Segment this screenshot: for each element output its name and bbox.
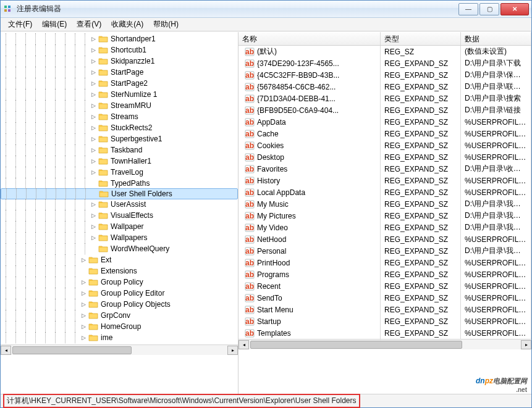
tree-node[interactable]: ▷SterNumlize 1 <box>1 89 238 100</box>
value-row[interactable]: abPersonalREG_EXPAND_SZD:\用户目录\我的文档 <box>239 245 531 257</box>
close-button[interactable]: ✕ <box>500 3 529 15</box>
tree-node[interactable]: ▷StuckRects2 <box>1 122 238 133</box>
expand-toggle-icon[interactable]: ▷ <box>90 169 97 176</box>
tree-node[interactable]: ▷Group Policy Editor <box>1 288 238 299</box>
folder-icon <box>98 112 108 121</box>
list-hscrollbar[interactable]: ◂▸ <box>239 339 531 349</box>
svg-text:ab: ab <box>245 294 254 302</box>
value-row[interactable]: abStart MenuREG_EXPAND_SZ%USERPROFILE%\A… <box>239 304 531 315</box>
menu-view[interactable]: 查看(V) <box>72 18 106 31</box>
tree-node[interactable]: ▷Shortandper1 <box>1 33 238 44</box>
expand-toggle-icon[interactable] <box>90 190 98 198</box>
tree-node[interactable]: ▷Group Policy Objects <box>1 299 238 310</box>
tree-pane[interactable]: ▷Shortandper1▷Shortcutb1▷Skidpanzzle1▷St… <box>1 32 239 394</box>
expand-toggle-icon[interactable]: ▷ <box>90 57 97 65</box>
tree-node[interactable]: ▷Skidpanzzle1 <box>1 56 238 67</box>
expand-toggle-icon[interactable]: ▷ <box>80 256 87 264</box>
tree-node[interactable]: ▷UserAssist <box>1 199 238 210</box>
tree-node[interactable]: TypedPaths <box>1 178 238 189</box>
expand-toggle-icon[interactable]: ▷ <box>90 35 97 43</box>
tree-node[interactable]: ▷VisualEffects <box>1 210 238 221</box>
expand-toggle-icon[interactable]: ▷ <box>90 69 97 76</box>
expand-toggle-icon[interactable]: ▷ <box>90 157 97 165</box>
tree-node[interactable]: User Shell Folders <box>1 188 238 199</box>
expand-toggle-icon[interactable] <box>90 180 97 187</box>
tree-node-label: Superbgestive1 <box>111 135 162 143</box>
expand-toggle-icon[interactable]: ▷ <box>80 289 87 297</box>
expand-toggle-icon[interactable]: ▷ <box>90 124 97 131</box>
svg-text:ab: ab <box>245 247 254 256</box>
menu-favorites[interactable]: 收藏夹(A) <box>106 18 148 31</box>
value-row[interactable]: abMy VideoREG_EXPAND_SZD:\用户目录\我的视频 <box>239 222 531 233</box>
tree-node[interactable]: ▷GrpConv <box>1 310 238 321</box>
tree-node[interactable]: ▷StartPage <box>1 67 238 78</box>
tree-node-label: StreamMRU <box>111 101 151 110</box>
expand-toggle-icon[interactable]: ▷ <box>90 80 97 87</box>
tree-node[interactable]: ▷TravelLog <box>1 167 238 178</box>
tree-hscrollbar[interactable]: ◂▸ <box>1 344 238 355</box>
tree-node[interactable]: Extensions <box>1 265 238 277</box>
tree-node[interactable]: ▷StreamMRU <box>1 100 238 111</box>
expand-toggle-icon[interactable]: ▷ <box>90 46 97 54</box>
expand-toggle-icon[interactable]: ▷ <box>80 334 87 341</box>
value-row[interactable]: abAppDataREG_EXPAND_SZ%USERPROFILE%\AppD… <box>239 116 531 128</box>
value-row[interactable]: abCookiesREG_EXPAND_SZ%USERPROFILE%\AppD… <box>239 139 531 151</box>
value-name: {4C5C32FF-BB9D-43B... <box>257 71 339 80</box>
tree-node[interactable]: ▷Superbgestive1 <box>1 133 238 144</box>
expand-toggle-icon[interactable]: ▷ <box>90 223 97 230</box>
expand-toggle-icon[interactable]: ▷ <box>80 312 87 319</box>
menu-edit[interactable]: 编辑(E) <box>37 18 72 31</box>
expand-toggle-icon[interactable]: ▷ <box>90 234 97 241</box>
menu-help[interactable]: 帮助(H) <box>148 18 184 31</box>
col-name[interactable]: 名称 <box>239 32 381 45</box>
tree-node[interactable]: ▷Shortcutb1 <box>1 44 238 56</box>
expand-toggle-icon[interactable]: ▷ <box>90 113 97 120</box>
value-row[interactable]: abFavoritesREG_EXPAND_SZD:\用户目录\收藏夹 <box>239 163 531 175</box>
col-data[interactable]: 数据 <box>461 32 531 45</box>
value-row[interactable]: ab{BFB9D5E0-C6A9-404...REG_EXPAND_SZD:\用… <box>239 104 531 116</box>
value-name: History <box>257 177 280 185</box>
expand-toggle-icon[interactable]: ▷ <box>80 278 87 286</box>
expand-toggle-icon[interactable]: ▷ <box>80 323 87 330</box>
tree-node[interactable]: ▷Wallpapers <box>1 232 238 243</box>
titlebar[interactable]: 注册表编辑器 — ▢ ✕ <box>1 1 531 18</box>
values-pane[interactable]: 名称 类型 数据 ab(默认)REG_SZ(数值未设置)ab{374DE290-… <box>239 32 531 394</box>
tree-node[interactable]: ▷Wallpaper <box>1 221 238 232</box>
expand-toggle-icon[interactable]: ▷ <box>80 301 87 308</box>
expand-toggle-icon[interactable]: ▷ <box>90 135 97 143</box>
value-row[interactable]: abPrintHoodREG_EXPAND_SZ%USERPROFILE%\Ap… <box>239 257 531 269</box>
menu-file[interactable]: 文件(F) <box>3 18 37 31</box>
expand-toggle-icon[interactable]: ▷ <box>90 102 97 109</box>
tree-node[interactable]: ▷Group Policy <box>1 277 238 288</box>
value-data: %USERPROFILE%\AppData\Ro <box>461 292 531 304</box>
value-row[interactable]: abCacheREG_EXPAND_SZ%USERPROFILE%\AppDat… <box>239 128 531 139</box>
value-row[interactable]: abProgramsREG_EXPAND_SZ%USERPROFILE%\App… <box>239 269 531 280</box>
tree-node[interactable]: ▷HomeGroup <box>1 321 238 332</box>
value-row[interactable]: abHistoryREG_EXPAND_SZ%USERPROFILE%\AppD… <box>239 175 531 186</box>
string-value-icon: ab <box>245 176 255 186</box>
folder-icon <box>88 267 98 275</box>
tree-node[interactable]: ▷ime <box>1 332 238 343</box>
expand-toggle-icon[interactable] <box>80 267 87 275</box>
folder-icon <box>99 189 109 198</box>
expand-toggle-icon[interactable]: ▷ <box>90 91 97 98</box>
maximize-button[interactable]: ▢ <box>479 3 499 15</box>
expand-toggle-icon[interactable]: ▷ <box>90 146 97 154</box>
col-type[interactable]: 类型 <box>381 32 461 45</box>
string-value-icon: ab <box>245 258 255 268</box>
tree-node-label: Skidpanzzle1 <box>111 57 154 65</box>
expand-toggle-icon[interactable] <box>90 245 97 252</box>
tree-node[interactable]: WordWheelQuery <box>1 243 238 254</box>
expand-toggle-icon[interactable]: ▷ <box>90 212 97 219</box>
tree-node[interactable]: ▷Streams <box>1 111 238 122</box>
value-row[interactable]: abSendToREG_EXPAND_SZ%USERPROFILE%\AppDa… <box>239 292 531 304</box>
minimize-button[interactable]: — <box>458 3 478 15</box>
value-row[interactable]: abTemplatesREG_EXPAND_SZ%USERPROFILE%\Ap… <box>239 327 531 339</box>
value-row[interactable]: abRecentREG_EXPAND_SZ%USERPROFILE%\AppDa… <box>239 280 531 292</box>
tree-node[interactable]: ▷TownHaller1 <box>1 156 238 167</box>
tree-node[interactable]: ▷Taskband <box>1 144 238 156</box>
value-row[interactable]: abStartupREG_EXPAND_SZ%USERPROFILE%\AppD… <box>239 315 531 327</box>
tree-node[interactable]: ▷Ext <box>1 254 238 265</box>
tree-node[interactable]: ▷StartPage2 <box>1 78 238 89</box>
expand-toggle-icon[interactable]: ▷ <box>90 201 97 208</box>
